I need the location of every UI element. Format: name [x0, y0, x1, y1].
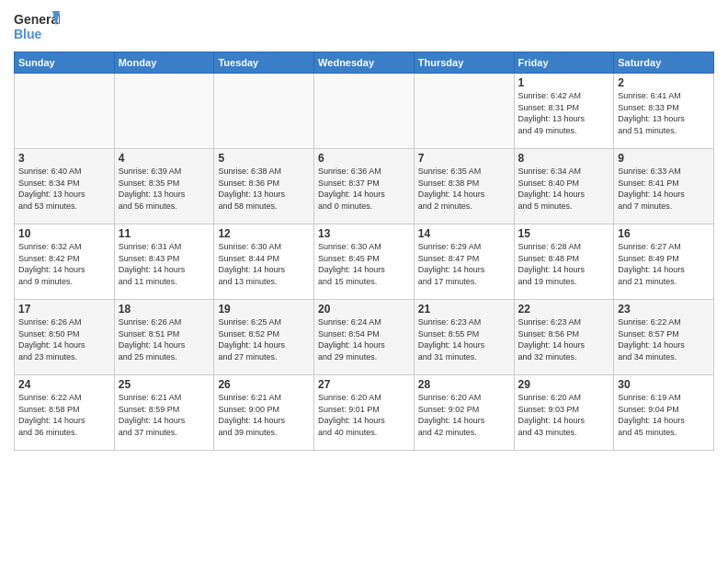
day-number: 27	[318, 378, 410, 391]
day-info: Sunrise: 6:38 AM Sunset: 8:36 PM Dayligh…	[218, 166, 310, 212]
day-cell: 21Sunrise: 6:23 AM Sunset: 8:55 PM Dayli…	[414, 300, 514, 375]
day-info: Sunrise: 6:40 AM Sunset: 8:34 PM Dayligh…	[18, 166, 110, 212]
day-number: 17	[18, 303, 110, 316]
day-number: 13	[318, 227, 410, 240]
day-number: 2	[618, 76, 710, 89]
day-number: 10	[18, 227, 110, 240]
day-cell: 29Sunrise: 6:20 AM Sunset: 9:03 PM Dayli…	[514, 375, 614, 451]
day-info: Sunrise: 6:23 AM Sunset: 8:55 PM Dayligh…	[418, 316, 510, 362]
day-cell	[15, 74, 115, 149]
day-cell: 5Sunrise: 6:38 AM Sunset: 8:36 PM Daylig…	[214, 149, 314, 224]
day-cell: 15Sunrise: 6:28 AM Sunset: 8:48 PM Dayli…	[514, 224, 614, 300]
day-number: 20	[318, 303, 410, 316]
day-info: Sunrise: 6:19 AM Sunset: 9:04 PM Dayligh…	[618, 392, 710, 438]
header-monday: Monday	[114, 52, 214, 74]
day-cell: 12Sunrise: 6:30 AM Sunset: 8:44 PM Dayli…	[214, 224, 314, 300]
day-cell: 30Sunrise: 6:19 AM Sunset: 9:04 PM Dayli…	[614, 375, 714, 451]
day-info: Sunrise: 6:29 AM Sunset: 8:47 PM Dayligh…	[418, 241, 510, 287]
page-container: GeneralBlue SundayMondayTuesdayWednesday…	[0, 0, 728, 460]
day-cell: 14Sunrise: 6:29 AM Sunset: 8:47 PM Dayli…	[414, 224, 514, 300]
day-number: 23	[618, 303, 710, 316]
day-info: Sunrise: 6:22 AM Sunset: 8:57 PM Dayligh…	[618, 316, 710, 362]
day-info: Sunrise: 6:20 AM Sunset: 9:02 PM Dayligh…	[418, 392, 510, 438]
day-cell: 27Sunrise: 6:20 AM Sunset: 9:01 PM Dayli…	[314, 375, 415, 451]
day-info: Sunrise: 6:28 AM Sunset: 8:48 PM Dayligh…	[518, 241, 610, 287]
day-cell	[214, 74, 314, 149]
day-info: Sunrise: 6:23 AM Sunset: 8:56 PM Dayligh…	[518, 316, 610, 362]
day-number: 18	[119, 303, 210, 316]
day-info: Sunrise: 6:26 AM Sunset: 8:51 PM Dayligh…	[119, 316, 210, 362]
day-number: 7	[418, 152, 510, 165]
day-info: Sunrise: 6:41 AM Sunset: 8:33 PM Dayligh…	[618, 90, 710, 136]
day-info: Sunrise: 6:24 AM Sunset: 8:54 PM Dayligh…	[318, 316, 410, 362]
day-cell: 18Sunrise: 6:26 AM Sunset: 8:51 PM Dayli…	[114, 300, 214, 375]
day-info: Sunrise: 6:31 AM Sunset: 8:43 PM Dayligh…	[119, 241, 210, 287]
day-info: Sunrise: 6:36 AM Sunset: 8:37 PM Dayligh…	[318, 166, 410, 212]
week-row-3: 17Sunrise: 6:26 AM Sunset: 8:50 PM Dayli…	[15, 300, 714, 375]
logo-svg: GeneralBlue	[14, 9, 60, 44]
day-cell: 8Sunrise: 6:34 AM Sunset: 8:40 PM Daylig…	[514, 149, 614, 224]
header-saturday: Saturday	[614, 52, 714, 74]
day-cell: 20Sunrise: 6:24 AM Sunset: 8:54 PM Dayli…	[314, 300, 415, 375]
day-cell: 4Sunrise: 6:39 AM Sunset: 8:35 PM Daylig…	[114, 149, 214, 224]
day-number: 29	[518, 378, 610, 391]
day-cell: 6Sunrise: 6:36 AM Sunset: 8:37 PM Daylig…	[314, 149, 415, 224]
day-cell: 11Sunrise: 6:31 AM Sunset: 8:43 PM Dayli…	[114, 224, 214, 300]
day-number: 15	[518, 227, 610, 240]
day-info: Sunrise: 6:22 AM Sunset: 8:58 PM Dayligh…	[18, 392, 110, 438]
header-thursday: Thursday	[414, 52, 514, 74]
day-info: Sunrise: 6:26 AM Sunset: 8:50 PM Dayligh…	[18, 316, 110, 362]
day-number: 3	[18, 152, 110, 165]
day-number: 12	[218, 227, 310, 240]
day-number: 24	[18, 378, 110, 391]
day-info: Sunrise: 6:21 AM Sunset: 8:59 PM Dayligh…	[119, 392, 210, 438]
day-info: Sunrise: 6:39 AM Sunset: 8:35 PM Dayligh…	[119, 166, 210, 212]
day-cell	[114, 74, 214, 149]
day-info: Sunrise: 6:30 AM Sunset: 8:45 PM Dayligh…	[318, 241, 410, 287]
header-sunday: Sunday	[15, 52, 115, 74]
header-wednesday: Wednesday	[314, 52, 415, 74]
day-cell	[414, 74, 514, 149]
day-cell: 16Sunrise: 6:27 AM Sunset: 8:49 PM Dayli…	[614, 224, 714, 300]
day-info: Sunrise: 6:20 AM Sunset: 9:03 PM Dayligh…	[518, 392, 610, 438]
header: GeneralBlue	[14, 9, 714, 44]
day-info: Sunrise: 6:30 AM Sunset: 8:44 PM Dayligh…	[218, 241, 310, 287]
day-cell	[314, 74, 415, 149]
day-cell: 2Sunrise: 6:41 AM Sunset: 8:33 PM Daylig…	[614, 74, 714, 149]
week-row-2: 10Sunrise: 6:32 AM Sunset: 8:42 PM Dayli…	[15, 224, 714, 300]
day-number: 11	[119, 227, 210, 240]
day-number: 19	[218, 303, 310, 316]
day-number: 22	[518, 303, 610, 316]
header-friday: Friday	[514, 52, 614, 74]
day-number: 21	[418, 303, 510, 316]
day-number: 16	[618, 227, 710, 240]
day-number: 8	[518, 152, 610, 165]
day-number: 26	[218, 378, 310, 391]
day-number: 30	[618, 378, 710, 391]
header-row: SundayMondayTuesdayWednesdayThursdayFrid…	[15, 52, 714, 74]
day-info: Sunrise: 6:27 AM Sunset: 8:49 PM Dayligh…	[618, 241, 710, 287]
day-cell: 28Sunrise: 6:20 AM Sunset: 9:02 PM Dayli…	[414, 375, 514, 451]
day-number: 14	[418, 227, 510, 240]
day-cell: 26Sunrise: 6:21 AM Sunset: 9:00 PM Dayli…	[214, 375, 314, 451]
day-cell: 3Sunrise: 6:40 AM Sunset: 8:34 PM Daylig…	[15, 149, 115, 224]
calendar-table: SundayMondayTuesdayWednesdayThursdayFrid…	[14, 52, 714, 451]
day-number: 1	[518, 76, 610, 89]
day-info: Sunrise: 6:34 AM Sunset: 8:40 PM Dayligh…	[518, 166, 610, 212]
day-info: Sunrise: 6:21 AM Sunset: 9:00 PM Dayligh…	[218, 392, 310, 438]
day-cell: 23Sunrise: 6:22 AM Sunset: 8:57 PM Dayli…	[614, 300, 714, 375]
day-number: 28	[418, 378, 510, 391]
day-info: Sunrise: 6:42 AM Sunset: 8:31 PM Dayligh…	[518, 90, 610, 136]
day-cell: 10Sunrise: 6:32 AM Sunset: 8:42 PM Dayli…	[15, 224, 115, 300]
day-cell: 24Sunrise: 6:22 AM Sunset: 8:58 PM Dayli…	[15, 375, 115, 451]
header-tuesday: Tuesday	[214, 52, 314, 74]
day-cell: 7Sunrise: 6:35 AM Sunset: 8:38 PM Daylig…	[414, 149, 514, 224]
day-number: 9	[618, 152, 710, 165]
day-info: Sunrise: 6:25 AM Sunset: 8:52 PM Dayligh…	[218, 316, 310, 362]
day-cell: 13Sunrise: 6:30 AM Sunset: 8:45 PM Dayli…	[314, 224, 415, 300]
day-number: 6	[318, 152, 410, 165]
week-row-1: 3Sunrise: 6:40 AM Sunset: 8:34 PM Daylig…	[15, 149, 714, 224]
day-info: Sunrise: 6:20 AM Sunset: 9:01 PM Dayligh…	[318, 392, 410, 438]
week-row-0: 1Sunrise: 6:42 AM Sunset: 8:31 PM Daylig…	[15, 74, 714, 149]
day-number: 5	[218, 152, 310, 165]
